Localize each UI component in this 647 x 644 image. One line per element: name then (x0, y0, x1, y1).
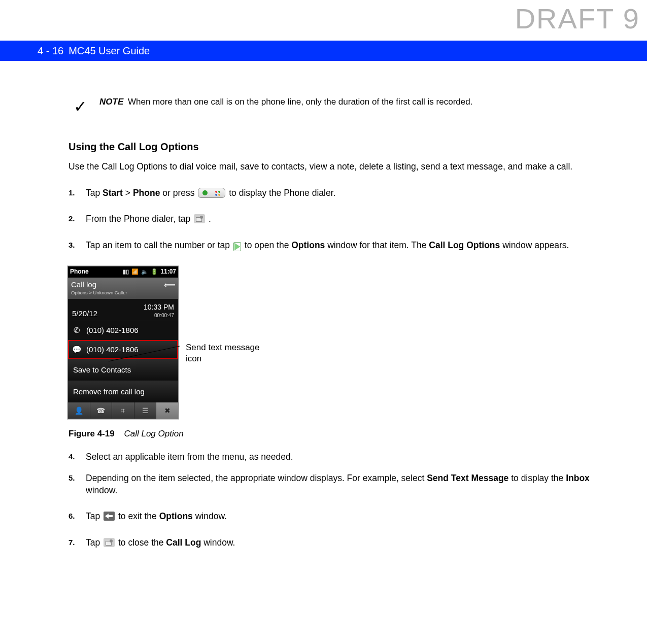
note-block: ✓ NOTE When more than one call is on the… (69, 96, 606, 115)
section-lead: Use the Call Log Options to dial voice m… (69, 161, 606, 173)
step-2: 2. From the Phone dialer, tap . (69, 213, 606, 225)
step-6: 6. Tap to exit the Options window. (69, 511, 606, 523)
step-num: 1. (69, 188, 75, 198)
phone-subtitle: Options > Unknown Caller (71, 290, 175, 296)
sms-icon: 💬 (72, 345, 81, 355)
step-num: 3. (69, 240, 75, 250)
phone-status-bar: Phone ▮▯ 📶 🔈 🔋 11:07 (68, 266, 178, 278)
callout: Send text message icon (186, 342, 260, 365)
callout-text-1: Send text message (186, 343, 260, 352)
steps-list-cont: 4. Select an applicable item from the me… (69, 451, 606, 549)
section-title: Using the Call Log Options (69, 140, 606, 154)
call-duration: 00:00:47 (144, 312, 174, 319)
battery-icon: 🔋 (151, 268, 158, 276)
figure-title: Call Log Option (124, 429, 183, 438)
call-log-icon (104, 538, 115, 547)
phone-title-bar: Call log Options > Unknown Caller ⟸ (68, 278, 178, 299)
call-time: 10:33 PM (144, 303, 174, 311)
bottombar-close-icon[interactable]: ✖ (156, 402, 178, 419)
signal-icon: ▮▯ (123, 268, 129, 276)
phone-bottom-bar: 👤 ☎ ⌗ ☰ ✖ (68, 402, 178, 419)
draft-watermark: DRAFT 9 (515, 2, 640, 35)
note-body: NOTE When more than one call is on the p… (99, 96, 606, 108)
bottombar-calllog-icon[interactable]: ☎ (90, 402, 113, 419)
phone-key-icon (198, 188, 225, 198)
phone-title: Call log (71, 280, 175, 290)
figure-number: Figure 4-19 (69, 429, 115, 438)
page-header: 4 - 16 MC45 User Guide (0, 41, 647, 61)
speaker-icon: 🔈 (141, 268, 148, 276)
step-num: 7. (69, 537, 75, 548)
play-triangle-icon (233, 242, 241, 251)
step-7: 7. Tap to close the Call Log window. (69, 537, 606, 549)
step-num: 2. (69, 214, 75, 224)
checkmark-icon: ✓ (69, 96, 87, 115)
step-num: 4. (69, 452, 75, 462)
step-num: 5. (69, 473, 75, 483)
step-text: Tap (86, 188, 103, 198)
antenna-icon: 📶 (131, 268, 139, 276)
bottombar-menu-icon[interactable]: ☰ (134, 402, 157, 419)
back-button-icon (104, 512, 115, 521)
step-3: 3. Tap an item to call the number or tap… (69, 240, 606, 252)
status-time: 11:07 (160, 267, 176, 276)
call-number: (010) 402-1806 (86, 325, 139, 335)
step-5: 5. Depending on the item selected, the a… (69, 472, 606, 496)
figure-wrap: Phone ▮▯ 📶 🔈 🔋 11:07 Call log Options > … (67, 266, 606, 420)
step-1: 1. Tap Start > Phone or press to display… (69, 187, 606, 199)
phone-date-row: 5/20/12 10:33 PM 00:00:47 (68, 299, 178, 321)
steps-list: 1. Tap Start > Phone or press to display… (69, 187, 606, 252)
svg-line-0 (109, 346, 180, 361)
back-arrow-icon[interactable]: ⟸ (164, 281, 175, 290)
bold: Phone (133, 188, 160, 198)
status-title: Phone (70, 267, 89, 276)
call-entry[interactable]: ✆ (010) 402-1806 (68, 321, 178, 340)
callout-leader-line (109, 341, 186, 366)
note-label: NOTE (99, 97, 123, 107)
call-date: 5/20/12 (72, 309, 97, 319)
guide-title: MC45 User Guide (69, 45, 150, 57)
menu-remove-call-log[interactable]: Remove from call log (68, 381, 178, 402)
bold: Start (103, 188, 123, 198)
callout-text-2: icon (186, 354, 201, 363)
step-4: 4. Select an applicable item from the me… (69, 451, 606, 463)
note-text: When more than one call is on the phone … (128, 97, 472, 107)
page-content: ✓ NOTE When more than one call is on the… (69, 96, 606, 549)
page-number: 4 - 16 (38, 45, 63, 57)
bottombar-contact-icon[interactable]: 👤 (68, 402, 90, 419)
call-log-icon (194, 214, 205, 223)
status-icons: ▮▯ 📶 🔈 🔋 11:07 (123, 267, 176, 276)
step-num: 6. (69, 511, 75, 521)
figure-caption: Figure 4-19 Call Log Option (69, 428, 606, 440)
phone-handset-icon: ✆ (72, 325, 81, 335)
bottombar-dialpad-icon[interactable]: ⌗ (112, 402, 134, 419)
